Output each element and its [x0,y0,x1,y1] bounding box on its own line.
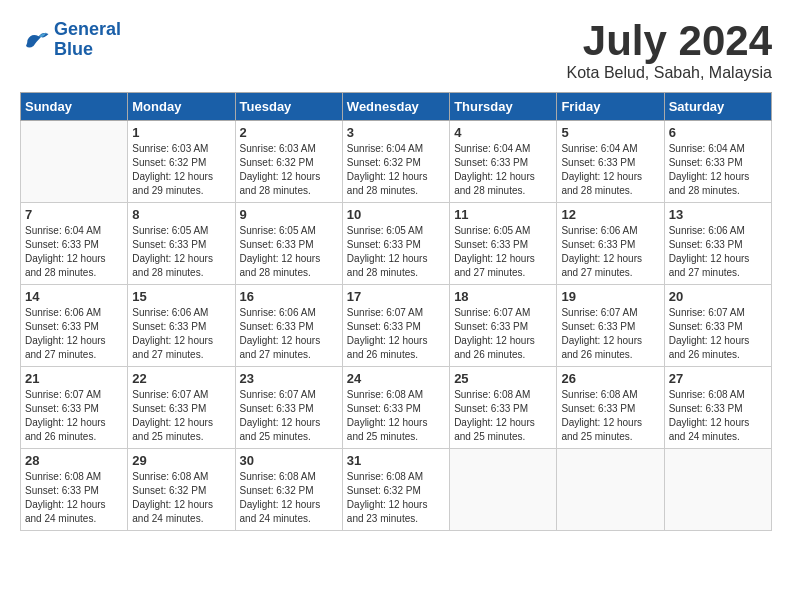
title-block: July 2024 Kota Belud, Sabah, Malaysia [567,20,772,82]
day-info: Sunrise: 6:08 AMSunset: 6:33 PMDaylight:… [561,388,659,444]
calendar-day-cell: 6Sunrise: 6:04 AMSunset: 6:33 PMDaylight… [664,121,771,203]
calendar-day-cell [21,121,128,203]
calendar-day-cell: 19Sunrise: 6:07 AMSunset: 6:33 PMDayligh… [557,285,664,367]
calendar-day-cell: 26Sunrise: 6:08 AMSunset: 6:33 PMDayligh… [557,367,664,449]
location-subtitle: Kota Belud, Sabah, Malaysia [567,64,772,82]
logo-icon [20,25,50,55]
calendar-day-cell [664,449,771,531]
day-info: Sunrise: 6:08 AMSunset: 6:33 PMDaylight:… [25,470,123,526]
day-number: 11 [454,207,552,222]
day-info: Sunrise: 6:05 AMSunset: 6:33 PMDaylight:… [240,224,338,280]
day-info: Sunrise: 6:07 AMSunset: 6:33 PMDaylight:… [25,388,123,444]
day-info: Sunrise: 6:03 AMSunset: 6:32 PMDaylight:… [132,142,230,198]
calendar-day-cell: 9Sunrise: 6:05 AMSunset: 6:33 PMDaylight… [235,203,342,285]
calendar-day-cell: 20Sunrise: 6:07 AMSunset: 6:33 PMDayligh… [664,285,771,367]
calendar-day-cell: 31Sunrise: 6:08 AMSunset: 6:32 PMDayligh… [342,449,449,531]
calendar-day-cell: 11Sunrise: 6:05 AMSunset: 6:33 PMDayligh… [450,203,557,285]
calendar-day-cell: 17Sunrise: 6:07 AMSunset: 6:33 PMDayligh… [342,285,449,367]
calendar-day-cell: 2Sunrise: 6:03 AMSunset: 6:32 PMDaylight… [235,121,342,203]
col-header-wednesday: Wednesday [342,93,449,121]
day-info: Sunrise: 6:05 AMSunset: 6:33 PMDaylight:… [454,224,552,280]
day-number: 7 [25,207,123,222]
calendar-week-row: 28Sunrise: 6:08 AMSunset: 6:33 PMDayligh… [21,449,772,531]
day-number: 29 [132,453,230,468]
col-header-friday: Friday [557,93,664,121]
day-number: 20 [669,289,767,304]
calendar-table: SundayMondayTuesdayWednesdayThursdayFrid… [20,92,772,531]
day-info: Sunrise: 6:07 AMSunset: 6:33 PMDaylight:… [561,306,659,362]
calendar-day-cell: 14Sunrise: 6:06 AMSunset: 6:33 PMDayligh… [21,285,128,367]
calendar-day-cell: 7Sunrise: 6:04 AMSunset: 6:33 PMDaylight… [21,203,128,285]
calendar-week-row: 14Sunrise: 6:06 AMSunset: 6:33 PMDayligh… [21,285,772,367]
day-info: Sunrise: 6:04 AMSunset: 6:32 PMDaylight:… [347,142,445,198]
col-header-tuesday: Tuesday [235,93,342,121]
day-info: Sunrise: 6:08 AMSunset: 6:32 PMDaylight:… [347,470,445,526]
calendar-day-cell: 21Sunrise: 6:07 AMSunset: 6:33 PMDayligh… [21,367,128,449]
calendar-day-cell: 30Sunrise: 6:08 AMSunset: 6:32 PMDayligh… [235,449,342,531]
col-header-saturday: Saturday [664,93,771,121]
day-info: Sunrise: 6:07 AMSunset: 6:33 PMDaylight:… [454,306,552,362]
day-info: Sunrise: 6:07 AMSunset: 6:33 PMDaylight:… [132,388,230,444]
calendar-day-cell: 15Sunrise: 6:06 AMSunset: 6:33 PMDayligh… [128,285,235,367]
calendar-day-cell: 22Sunrise: 6:07 AMSunset: 6:33 PMDayligh… [128,367,235,449]
day-info: Sunrise: 6:08 AMSunset: 6:33 PMDaylight:… [347,388,445,444]
day-number: 27 [669,371,767,386]
logo-blue: Blue [54,39,93,59]
calendar-day-cell: 13Sunrise: 6:06 AMSunset: 6:33 PMDayligh… [664,203,771,285]
day-info: Sunrise: 6:08 AMSunset: 6:32 PMDaylight:… [240,470,338,526]
day-info: Sunrise: 6:06 AMSunset: 6:33 PMDaylight:… [669,224,767,280]
day-info: Sunrise: 6:07 AMSunset: 6:33 PMDaylight:… [669,306,767,362]
day-number: 28 [25,453,123,468]
day-number: 25 [454,371,552,386]
day-number: 15 [132,289,230,304]
day-number: 19 [561,289,659,304]
calendar-day-cell: 18Sunrise: 6:07 AMSunset: 6:33 PMDayligh… [450,285,557,367]
calendar-day-cell [450,449,557,531]
logo: General Blue [20,20,121,60]
calendar-day-cell: 12Sunrise: 6:06 AMSunset: 6:33 PMDayligh… [557,203,664,285]
day-number: 2 [240,125,338,140]
logo-general: General [54,19,121,39]
day-number: 6 [669,125,767,140]
day-number: 24 [347,371,445,386]
day-number: 21 [25,371,123,386]
calendar-day-cell: 23Sunrise: 6:07 AMSunset: 6:33 PMDayligh… [235,367,342,449]
day-number: 10 [347,207,445,222]
day-info: Sunrise: 6:08 AMSunset: 6:33 PMDaylight:… [454,388,552,444]
day-number: 4 [454,125,552,140]
calendar-day-cell: 10Sunrise: 6:05 AMSunset: 6:33 PMDayligh… [342,203,449,285]
day-number: 16 [240,289,338,304]
day-number: 14 [25,289,123,304]
day-info: Sunrise: 6:04 AMSunset: 6:33 PMDaylight:… [561,142,659,198]
calendar-day-cell: 8Sunrise: 6:05 AMSunset: 6:33 PMDaylight… [128,203,235,285]
day-info: Sunrise: 6:04 AMSunset: 6:33 PMDaylight:… [25,224,123,280]
day-info: Sunrise: 6:08 AMSunset: 6:32 PMDaylight:… [132,470,230,526]
day-info: Sunrise: 6:03 AMSunset: 6:32 PMDaylight:… [240,142,338,198]
calendar-day-cell: 29Sunrise: 6:08 AMSunset: 6:32 PMDayligh… [128,449,235,531]
day-info: Sunrise: 6:05 AMSunset: 6:33 PMDaylight:… [347,224,445,280]
calendar-header-row: SundayMondayTuesdayWednesdayThursdayFrid… [21,93,772,121]
calendar-day-cell: 27Sunrise: 6:08 AMSunset: 6:33 PMDayligh… [664,367,771,449]
day-number: 18 [454,289,552,304]
calendar-day-cell: 1Sunrise: 6:03 AMSunset: 6:32 PMDaylight… [128,121,235,203]
day-number: 26 [561,371,659,386]
month-year-title: July 2024 [567,20,772,62]
calendar-day-cell: 5Sunrise: 6:04 AMSunset: 6:33 PMDaylight… [557,121,664,203]
day-info: Sunrise: 6:06 AMSunset: 6:33 PMDaylight:… [561,224,659,280]
day-number: 8 [132,207,230,222]
calendar-day-cell: 24Sunrise: 6:08 AMSunset: 6:33 PMDayligh… [342,367,449,449]
day-info: Sunrise: 6:05 AMSunset: 6:33 PMDaylight:… [132,224,230,280]
calendar-week-row: 1Sunrise: 6:03 AMSunset: 6:32 PMDaylight… [21,121,772,203]
col-header-sunday: Sunday [21,93,128,121]
day-number: 1 [132,125,230,140]
calendar-day-cell: 4Sunrise: 6:04 AMSunset: 6:33 PMDaylight… [450,121,557,203]
day-number: 23 [240,371,338,386]
day-info: Sunrise: 6:08 AMSunset: 6:33 PMDaylight:… [669,388,767,444]
calendar-day-cell: 25Sunrise: 6:08 AMSunset: 6:33 PMDayligh… [450,367,557,449]
day-info: Sunrise: 6:06 AMSunset: 6:33 PMDaylight:… [240,306,338,362]
calendar-day-cell: 16Sunrise: 6:06 AMSunset: 6:33 PMDayligh… [235,285,342,367]
calendar-day-cell: 28Sunrise: 6:08 AMSunset: 6:33 PMDayligh… [21,449,128,531]
day-info: Sunrise: 6:06 AMSunset: 6:33 PMDaylight:… [25,306,123,362]
day-number: 31 [347,453,445,468]
day-info: Sunrise: 6:04 AMSunset: 6:33 PMDaylight:… [454,142,552,198]
